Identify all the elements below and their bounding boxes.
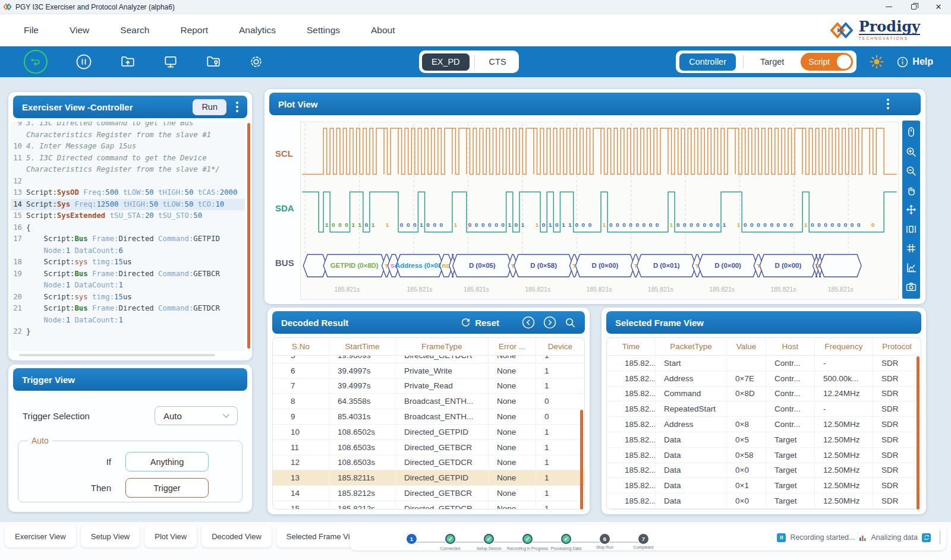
table-row[interactable]: 185.82...Command0×8DContr...12.24MHzSDR bbox=[607, 387, 921, 402]
column-header[interactable]: S.No bbox=[273, 338, 329, 355]
bottom-bar: Exerciser ViewSetup ViewPlot ViewDecoded… bbox=[0, 521, 951, 560]
table-row[interactable]: 185.82...Data0×0Target12.50MHzSDR bbox=[607, 493, 921, 509]
table-row[interactable]: 185.82...Address0×8Contr...12.50MHzSDR bbox=[607, 417, 921, 432]
table-row[interactable]: 185.82...Address0×7EContr...500.00k...SD… bbox=[607, 371, 921, 387]
table-row[interactable]: 185.82...Data0×0Target12.50MHzSDR bbox=[607, 463, 921, 479]
trigger-selection-dropdown[interactable]: Auto bbox=[155, 406, 238, 425]
table-row[interactable]: 14185.8212sDirected_GETBCRNone1 bbox=[273, 486, 584, 501]
mode-tab-ex_pd[interactable]: EX_PD bbox=[422, 53, 470, 71]
svg-text:0: 0 bbox=[871, 222, 875, 228]
table-row[interactable]: 639.4997sPrivate_WriteNone1 bbox=[273, 363, 584, 379]
svg-text:0: 0 bbox=[744, 222, 747, 228]
pause-circle-icon[interactable] bbox=[75, 53, 93, 71]
cell: Data bbox=[656, 448, 727, 463]
menu-file[interactable]: File bbox=[24, 25, 39, 36]
run-button[interactable]: Run bbox=[193, 99, 226, 115]
grid-icon[interactable] bbox=[905, 242, 918, 255]
table-row[interactable]: 10108.6502sDirected_GETPIDNone1 bbox=[273, 425, 584, 440]
menu-analytics[interactable]: Analytics bbox=[239, 25, 276, 36]
exerciser-route-icon[interactable] bbox=[24, 50, 48, 74]
column-header[interactable]: Value bbox=[727, 338, 766, 355]
table-row[interactable]: 185.82...Data0×1Target12.50MHzSDR bbox=[607, 478, 921, 493]
selected-scrollbar[interactable] bbox=[917, 356, 919, 510]
script-editor[interactable]: 93. I3C Directed command to get the BusC… bbox=[11, 122, 245, 351]
editor-scrollbar[interactable] bbox=[247, 123, 250, 349]
exerciser-menu-icon[interactable] bbox=[236, 102, 238, 112]
table-row[interactable]: 739.4997sPrivate_ReadNone1 bbox=[273, 379, 584, 394]
column-header[interactable]: Host bbox=[766, 338, 815, 355]
bus-frames[interactable]: GETPID (0×8D)185.821sTSrAddress (0×08)18… bbox=[303, 255, 861, 293]
folder-pin-icon[interactable] bbox=[206, 54, 221, 69]
camera-icon[interactable] bbox=[905, 281, 918, 293]
menu-search[interactable]: Search bbox=[120, 25, 149, 36]
table-row[interactable]: 12108.6503sDirected_GETDCRNone1 bbox=[273, 455, 584, 471]
table-row[interactable]: 519.9609sDirected_GETDCRNone1 bbox=[273, 356, 584, 363]
menu-about[interactable]: About bbox=[371, 25, 395, 36]
script-toggle[interactable]: Script bbox=[801, 53, 853, 71]
cell: SDR bbox=[873, 417, 921, 432]
cell: 12.50MHz bbox=[815, 463, 873, 478]
table-row[interactable]: 185.82...RepeatedStartContr...-SDR bbox=[607, 401, 921, 417]
cell: 185.82... bbox=[607, 493, 656, 508]
bus-frame[interactable] bbox=[820, 255, 862, 277]
table-row[interactable]: 185.82...Data0×5Target12.50MHzSDR bbox=[607, 432, 921, 448]
mouse-icon[interactable] bbox=[905, 126, 918, 139]
plot-menu-icon[interactable] bbox=[887, 99, 889, 109]
fit-width-icon[interactable] bbox=[905, 223, 918, 236]
svg-text:1: 1 bbox=[358, 222, 362, 228]
mode-tab-cts[interactable]: CTS bbox=[480, 53, 516, 71]
brand-sub: TECHNOVATIONS bbox=[859, 36, 920, 40]
column-header[interactable]: PacketType bbox=[656, 338, 727, 355]
waveform-plot[interactable]: 1000110110001000100000010110101100010000… bbox=[300, 122, 899, 300]
cell: 108.6503s bbox=[329, 455, 396, 470]
view-tab-setup-view[interactable]: Setup View bbox=[81, 525, 140, 548]
menu-settings[interactable]: Settings bbox=[307, 25, 340, 36]
table-row[interactable]: 15185.8212sDirected_GETDCRNone1 bbox=[273, 501, 584, 509]
cell: 0×0 bbox=[727, 493, 766, 508]
monitor-icon[interactable] bbox=[163, 54, 178, 69]
column-header[interactable]: Device bbox=[536, 338, 584, 355]
zoom-out-icon[interactable] bbox=[905, 165, 918, 178]
table-row[interactable]: 985.4031sBroadcast_ENTH...None0 bbox=[273, 409, 584, 425]
curve-icon[interactable] bbox=[905, 262, 918, 274]
role-tab-controller[interactable]: Controller bbox=[679, 53, 736, 71]
prev-frame-button[interactable] bbox=[522, 316, 535, 329]
table-row[interactable]: 185.82...Data0×58Target12.50MHzSDR bbox=[607, 448, 921, 463]
restore-button[interactable] bbox=[901, 0, 926, 14]
view-tab-plot-view[interactable]: Plot View bbox=[144, 525, 197, 548]
search-icon[interactable] bbox=[565, 317, 576, 328]
menu-report[interactable]: Report bbox=[180, 25, 208, 36]
reset-button[interactable]: Reset bbox=[461, 318, 499, 328]
column-header[interactable]: Error ... bbox=[489, 338, 536, 355]
column-header[interactable]: StartTime bbox=[329, 338, 396, 355]
column-header[interactable]: Time bbox=[607, 338, 656, 355]
view-tab-exerciser-view[interactable]: Exerciser View bbox=[5, 525, 76, 548]
decoded-scrollbar[interactable] bbox=[580, 410, 583, 510]
trigger-if-button[interactable]: Anything bbox=[125, 452, 209, 472]
table-row[interactable]: 185.82...StartContr...-SDR bbox=[607, 356, 921, 371]
cell: 9 bbox=[273, 409, 329, 424]
column-header[interactable]: Frequency bbox=[815, 338, 873, 355]
settings-gear-icon[interactable] bbox=[248, 54, 264, 69]
table-row[interactable]: 864.3558sBroadcast_ENTH...None0 bbox=[273, 394, 584, 409]
menu-view[interactable]: View bbox=[70, 25, 89, 36]
code-text: Characteristics Register from the slave … bbox=[26, 164, 220, 176]
view-tab-decoded-view[interactable]: Decoded View bbox=[201, 525, 272, 548]
next-frame-button[interactable] bbox=[543, 316, 556, 329]
table-row[interactable]: 11108.6503sDirected_GETBCRNone1 bbox=[273, 440, 584, 455]
trigger-then-button[interactable]: Trigger bbox=[125, 478, 209, 498]
column-header[interactable]: Protocol bbox=[873, 338, 921, 355]
minimize-button[interactable] bbox=[876, 0, 901, 14]
move-icon[interactable] bbox=[905, 204, 918, 216]
column-header[interactable]: FrameType bbox=[396, 338, 489, 355]
zoom-in-icon[interactable] bbox=[905, 146, 918, 159]
role-tab-target[interactable]: Target bbox=[751, 53, 793, 71]
editor-hscrollbar[interactable] bbox=[19, 354, 215, 356]
code-line: 16{ bbox=[11, 222, 245, 234]
folder-upload-icon[interactable] bbox=[120, 54, 136, 69]
theme-sun-icon[interactable] bbox=[870, 55, 884, 69]
help-button[interactable]: Help bbox=[897, 56, 933, 68]
table-row[interactable]: 13185.8211sDirected_GETPIDNone1 bbox=[273, 470, 584, 486]
pan-hand-icon[interactable] bbox=[905, 185, 918, 197]
close-button[interactable]: ✕ bbox=[926, 0, 951, 14]
